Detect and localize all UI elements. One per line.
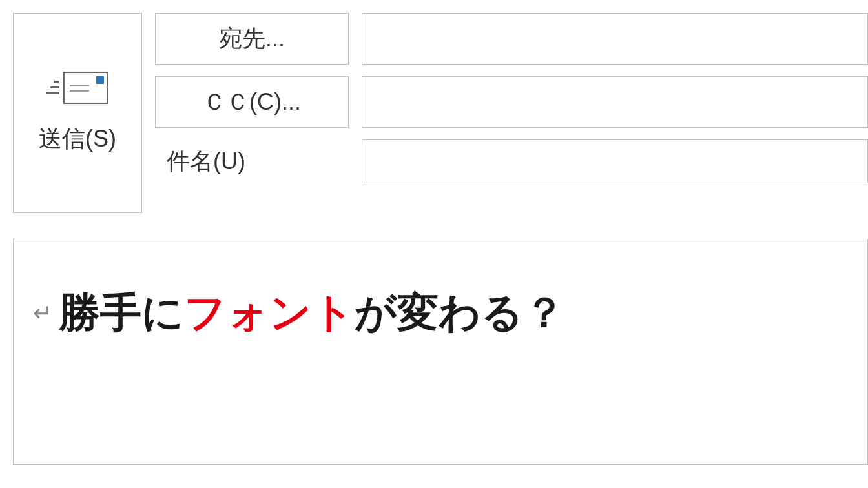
body-text-part1: 勝手に bbox=[59, 285, 184, 341]
body-text-line: ↵ 勝手に フォント が変わる？ bbox=[33, 285, 848, 341]
cc-button[interactable]: ＣＣ(C)... bbox=[155, 76, 349, 128]
envelope-icon bbox=[46, 72, 108, 104]
send-button[interactable]: 送信(S) bbox=[13, 13, 142, 213]
subject-input[interactable] bbox=[362, 139, 868, 183]
body-text-part3: が変わる？ bbox=[355, 285, 565, 341]
send-button-label: 送信(S) bbox=[39, 123, 116, 155]
to-button[interactable]: 宛先... bbox=[155, 13, 349, 65]
body-text-part2-red: フォント bbox=[184, 285, 355, 341]
return-mark-icon: ↵ bbox=[33, 300, 52, 327]
subject-label: 件名(U) bbox=[155, 146, 349, 178]
message-body[interactable]: ↵ 勝手に フォント が変わる？ bbox=[13, 239, 868, 465]
cc-input[interactable] bbox=[362, 76, 868, 128]
to-input[interactable] bbox=[362, 13, 868, 65]
